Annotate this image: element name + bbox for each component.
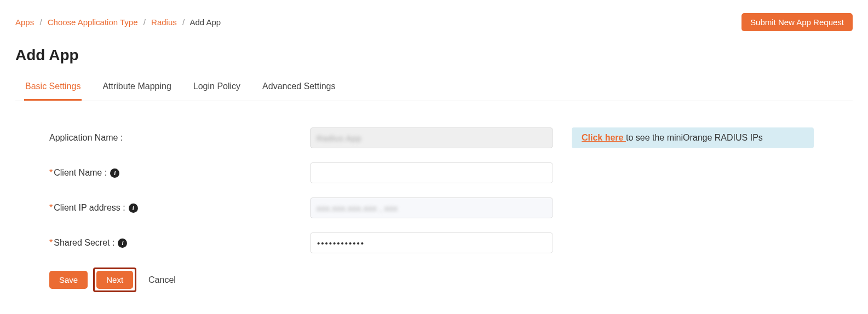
required-marker: * bbox=[49, 203, 53, 213]
breadcrumb-current: Add App bbox=[189, 18, 221, 27]
client-ip-input[interactable] bbox=[310, 197, 553, 218]
shared-secret-label-text: Shared Secret : bbox=[54, 238, 114, 248]
tab-login-policy[interactable]: Login Policy bbox=[192, 75, 242, 101]
client-ip-label: *Client IP address : i bbox=[49, 203, 310, 213]
breadcrumb: Apps / Choose Application Type / Radius … bbox=[15, 18, 221, 27]
click-here-link[interactable]: Click here bbox=[582, 133, 626, 142]
note-text: to see the miniOrange RADIUS IPs bbox=[626, 133, 763, 142]
shared-secret-input[interactable] bbox=[310, 232, 553, 253]
info-icon[interactable]: i bbox=[129, 203, 138, 213]
submit-new-app-button[interactable]: Submit New App Request bbox=[741, 13, 853, 31]
breadcrumb-apps[interactable]: Apps bbox=[15, 18, 34, 27]
breadcrumb-sep: / bbox=[182, 18, 185, 27]
breadcrumb-radius[interactable]: Radius bbox=[151, 18, 177, 27]
next-highlight: Next bbox=[93, 268, 136, 292]
breadcrumb-choose-type[interactable]: Choose Application Type bbox=[48, 18, 138, 27]
application-name-input[interactable] bbox=[310, 127, 553, 148]
client-name-label-text: Client Name : bbox=[54, 168, 107, 178]
application-name-label: Application Name : bbox=[49, 133, 310, 143]
breadcrumb-sep: / bbox=[39, 18, 42, 27]
client-ip-label-text: Client IP address : bbox=[54, 203, 125, 213]
form-actions: Save Next Cancel bbox=[49, 268, 853, 292]
info-icon[interactable]: i bbox=[118, 239, 127, 248]
page-title: Add App bbox=[0, 37, 868, 75]
shared-secret-label: *Shared Secret : i bbox=[49, 238, 310, 248]
breadcrumb-sep: / bbox=[143, 18, 146, 27]
radius-ip-note: Click here to see the miniOrange RADIUS … bbox=[572, 127, 814, 148]
required-marker: * bbox=[49, 168, 53, 178]
cancel-link[interactable]: Cancel bbox=[148, 275, 176, 285]
tab-advanced-settings[interactable]: Advanced Settings bbox=[261, 75, 336, 101]
info-icon[interactable]: i bbox=[110, 168, 119, 178]
next-button[interactable]: Next bbox=[96, 271, 133, 289]
client-name-input[interactable] bbox=[310, 162, 553, 183]
tab-basic-settings[interactable]: Basic Settings bbox=[24, 75, 82, 101]
client-name-label: *Client Name : i bbox=[49, 168, 310, 178]
tab-attribute-mapping[interactable]: Attribute Mapping bbox=[101, 75, 172, 101]
required-marker: * bbox=[49, 238, 53, 248]
tabs: Basic Settings Attribute Mapping Login P… bbox=[15, 75, 853, 101]
save-button[interactable]: Save bbox=[49, 271, 88, 289]
